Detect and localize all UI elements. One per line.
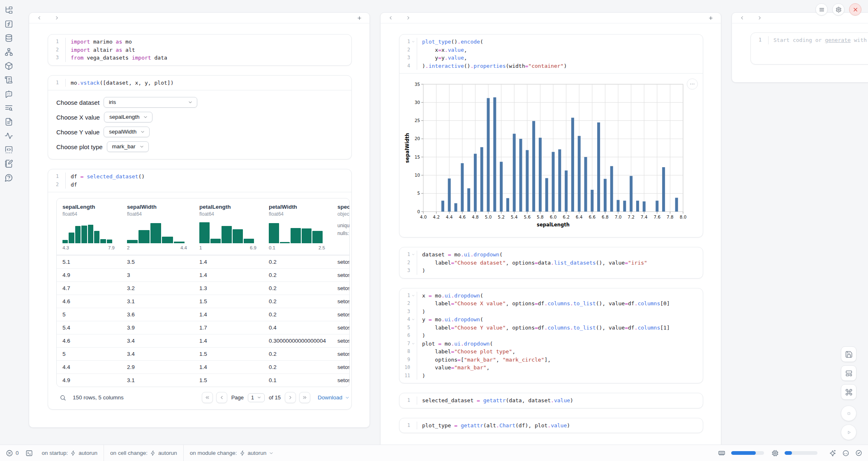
fold-chevron-icon[interactable]	[410, 251, 416, 259]
column-back-button[interactable]	[388, 15, 393, 21]
histogram-bar	[127, 240, 138, 243]
on-module-change-config[interactable]: on module change: autorun	[190, 450, 274, 456]
dataset-select[interactable]: iris	[104, 97, 197, 108]
gutter-spacer	[410, 267, 416, 275]
connection-status-icon[interactable]	[855, 449, 862, 456]
code-text: label="Choose Y value", options=df.colum…	[417, 324, 670, 332]
cell-editor[interactable]: 1plot_type = getattr(alt.Chart(df), plot…	[399, 418, 703, 433]
ai-sparkles-icon[interactable]	[829, 449, 836, 457]
sidebar-ai-chat-button[interactable]	[5, 90, 13, 98]
sidebar-file-tree-button[interactable]	[5, 6, 13, 14]
copilot-icon[interactable]	[842, 449, 850, 457]
plot-type-select[interactable]: mark_bar	[107, 141, 149, 152]
table-header-sepalLength[interactable]: sepalLengthfloat644.37.9	[57, 198, 121, 255]
previous-page-button[interactable]	[216, 392, 227, 403]
gutter-spacer	[410, 356, 416, 364]
sidebar-package-box-button[interactable]	[5, 62, 13, 70]
on-startup-label: on startup:	[42, 450, 68, 456]
y-value-select[interactable]: sepalWidth	[104, 127, 150, 137]
errors-button[interactable]: 0	[6, 449, 19, 457]
line-number: 4	[399, 316, 410, 324]
table-cell: 5.1	[57, 256, 121, 268]
line-number: 3	[48, 54, 59, 62]
on-cell-change-value: autorun	[158, 450, 177, 456]
add-column-button[interactable]	[357, 15, 362, 21]
table-header-sepalWidth[interactable]: sepalWidthfloat6424.4	[121, 198, 194, 255]
sidebar-dependency-graph-button[interactable]	[5, 48, 13, 56]
line-number: 2	[399, 259, 410, 267]
column-forward-button[interactable]	[406, 15, 411, 21]
menu-button[interactable]	[815, 3, 828, 16]
table-cell: 0.2	[263, 361, 332, 373]
table-header-species[interactable]: speciesobjectunique:nulls:	[332, 198, 350, 255]
notebook-column-2: 1plot_type().encode(2 x=x.value,3 y=y.va…	[380, 12, 721, 451]
shutdown-button[interactable]	[849, 3, 861, 16]
layout-button[interactable]	[841, 365, 856, 381]
column-range: 16.9	[199, 245, 256, 250]
sidebar-logs-scroll-button[interactable]	[5, 76, 13, 84]
table-cell: setosa	[332, 256, 350, 268]
table-header-petalLength[interactable]: petalLengthfloat6416.9	[194, 198, 263, 255]
svg-text:6.0: 6.0	[550, 214, 557, 219]
sidebar-snippets-file-button[interactable]	[5, 118, 13, 126]
cell-editor[interactable]: 1import marimo as mo2import altair as al…	[48, 35, 351, 65]
sidebar-tracing-activity-button[interactable]	[5, 131, 13, 140]
code-text: options=["mark_bar", "mark_circle"],	[417, 356, 551, 364]
save-button[interactable]	[841, 346, 856, 362]
table-cell: 0.2	[263, 256, 332, 268]
svg-text:25: 25	[415, 118, 420, 123]
cell-editor[interactable]: 1x = mo.ui.dropdown(2 label="Choose X va…	[399, 288, 703, 383]
svg-text:8.0: 8.0	[680, 214, 687, 219]
sidebar-help-circle-button[interactable]	[5, 173, 13, 182]
fold-chevron-icon[interactable]	[410, 340, 416, 348]
fold-chevron-icon[interactable]	[410, 38, 416, 46]
sepal-bar-chart[interactable]: 4.04.24.44.64.85.05.25.45.65.86.06.26.46…	[404, 79, 688, 232]
fold-chevron-icon[interactable]	[410, 316, 416, 324]
terminal-button[interactable]	[25, 449, 33, 457]
on-cell-change-config[interactable]: on cell change: autorun	[110, 450, 177, 456]
table-cell: 4.9	[57, 374, 121, 387]
line-number: 2	[399, 300, 410, 308]
sidebar-notebook-pen-button[interactable]	[5, 159, 13, 168]
cell-editor[interactable]: 1Start coding or generate with AI	[751, 33, 868, 64]
column-back-button[interactable]	[37, 15, 42, 21]
search-icon[interactable]	[60, 394, 66, 401]
save-icon	[845, 350, 853, 358]
table-cell: 1.4	[194, 308, 263, 321]
fold-chevron-icon[interactable]	[410, 292, 416, 300]
cell-editor[interactable]: 1df = selected_dataset()2df	[48, 169, 351, 192]
add-column-button[interactable]	[708, 15, 713, 21]
chart-actions-button[interactable]	[687, 78, 698, 90]
table-header-petalWidth[interactable]: petalWidthfloat640.12.5	[263, 198, 332, 255]
error-count: 0	[16, 450, 19, 456]
next-page-button[interactable]	[285, 392, 296, 403]
first-page-button[interactable]	[202, 392, 213, 403]
x-value-select[interactable]: sepalLength	[104, 112, 153, 122]
sidebar-database-button[interactable]	[5, 34, 13, 42]
cell-editor[interactable]: 1mo.vstack([dataset, x, y, plot])	[48, 76, 351, 90]
stop-button[interactable]	[841, 406, 856, 421]
page-select[interactable]: 1	[248, 393, 265, 402]
column-forward-button[interactable]	[54, 15, 60, 21]
sidebar-text-search-button[interactable]	[5, 104, 13, 112]
column-back-button[interactable]	[739, 15, 745, 21]
last-page-button[interactable]	[299, 392, 310, 403]
code-line: 5 label="Choose Y value", options=df.col…	[399, 324, 698, 332]
keyboard-shortcuts-button[interactable]	[841, 384, 856, 400]
on-startup-config[interactable]: on startup: autorun	[42, 450, 98, 456]
pagination: Page1of 15Download	[202, 392, 350, 403]
download-button[interactable]: Download	[318, 394, 350, 401]
histogram-bar	[75, 226, 81, 243]
sidebar-function-square-button[interactable]	[5, 20, 13, 28]
code-line: 1Start coding or generate with AI	[751, 36, 868, 44]
cell-editor[interactable]: 1plot_type().encode(2 x=x.value,3 y=y.va…	[399, 35, 703, 73]
run-all-button[interactable]	[841, 424, 856, 440]
settings-button[interactable]	[832, 3, 845, 16]
line-number: 9	[399, 356, 410, 364]
cell-output: 4.04.24.44.64.85.05.25.45.65.86.06.26.46…	[399, 73, 703, 237]
cell-editor[interactable]: 1dataset = mo.ui.dropdown(2 label="Choos…	[399, 247, 703, 278]
histogram-bar	[150, 223, 161, 243]
sidebar-code-square-button[interactable]	[5, 145, 13, 154]
cell-editor[interactable]: 1selected_dataset = getattr(data, datase…	[399, 393, 703, 408]
column-forward-button[interactable]	[757, 15, 762, 21]
